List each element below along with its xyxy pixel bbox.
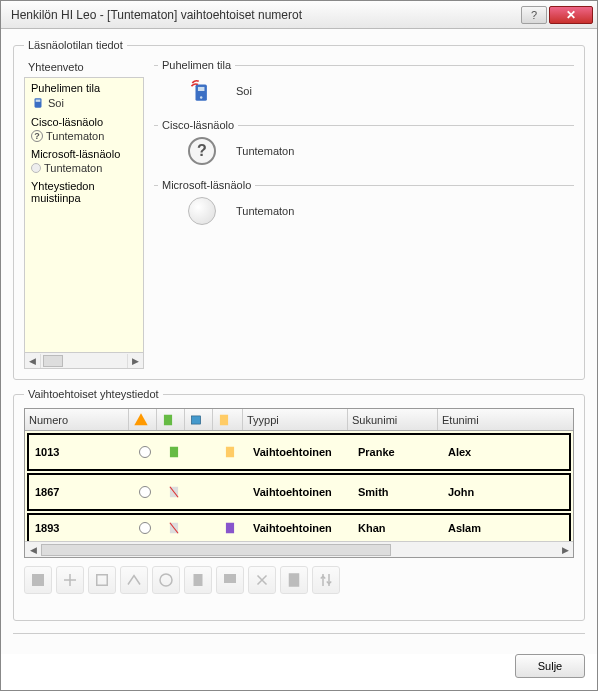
col-firstname[interactable]: Etunimi [438,409,573,430]
cell-radio[interactable] [133,435,161,469]
svg-rect-19 [224,574,236,583]
summary-sidebar: Yhteenveto Puhelimen tila Soi Cisco-läsn… [24,59,144,369]
toolbar-btn-8[interactable] [248,566,276,594]
svg-rect-9 [226,447,234,458]
cell-lastname: Khan [352,515,442,541]
svg-rect-16 [97,575,108,586]
toolbar-btn-1[interactable] [24,566,52,594]
cisco-presence-section: Cisco-läsnäolo ? Tuntematon [154,119,574,175]
col-note-icon[interactable] [213,409,243,430]
presence-group-label: Läsnäolotilan tiedot [24,39,127,51]
presence-detail: Puhelimen tila Soi Cisco-läsnäolo ? Tu [154,59,574,369]
sidebar-item-value: Tuntematon [44,162,102,174]
toolbar-btn-6[interactable] [184,566,212,594]
scroll-left-icon[interactable]: ◀ [25,543,41,557]
col-warning-icon[interactable] [129,409,157,430]
sidebar-item-phone[interactable]: Puhelimen tila Soi [25,78,143,112]
cell-note-icon [217,435,247,469]
cell-radio[interactable] [133,515,161,541]
cell-lastname: Smith [352,475,442,509]
phone-icon [31,96,45,110]
window-title: Henkilön HI Leo - [Tuntematon] vaihtoeht… [11,8,521,22]
microsoft-presence-legend: Microsoft-läsnäolo [158,179,255,191]
table-row[interactable]: 1867 Vaihtoehtoinen Smith John [27,473,571,511]
cell-type: Vaihtoehtoinen [247,435,352,469]
cell-presence-icon [161,475,189,509]
sidebar-item-cisco[interactable]: Cisco-läsnäolo ?Tuntematon [25,112,143,144]
cell-firstname: John [442,475,569,509]
svg-rect-7 [220,414,228,425]
svg-rect-20 [289,573,300,587]
table-row[interactable]: 1893 Vaihtoehtoinen Khan Aslam [27,513,571,541]
scroll-right-icon[interactable]: ▶ [557,543,573,557]
sidebar-item-value: Tuntematon [46,130,104,142]
sidebar-item-value: Soi [48,97,64,109]
cell-firstname: Alex [442,435,569,469]
cell-radio[interactable] [133,475,161,509]
col-lastname[interactable]: Sukunimi [348,409,438,430]
svg-rect-8 [170,447,178,458]
sidebar-item-notes[interactable]: Yhteystiedon muistiinpa [25,176,143,206]
close-window-button[interactable]: ✕ [549,6,593,24]
table-hscroll[interactable]: ◀ ▶ [25,541,573,557]
help-button[interactable]: ? [521,6,547,24]
toolbar-btn-3[interactable] [88,566,116,594]
separator [13,633,585,634]
svg-point-17 [160,574,172,586]
titlebar: Henkilön HI Leo - [Tuntematon] vaihtoeht… [1,1,597,29]
svg-rect-3 [198,87,205,91]
dialog-window: Henkilön HI Leo - [Tuntematon] vaihtoeht… [0,0,598,691]
svg-rect-5 [164,414,172,425]
col-presence-icon[interactable] [157,409,185,430]
cell-type: Vaihtoehtoinen [247,515,352,541]
alternate-contacts-group: Vaihtoehtoiset yhteystiedot Numero Tyypp… [13,388,585,621]
contacts-toolbar [24,558,574,598]
cisco-status-text: Tuntematon [236,145,336,157]
table-header: Numero Tyyppi Sukunimi Etunimi [25,409,573,431]
sidebar-item-label: Puhelimen tila [31,82,137,94]
close-button[interactable]: Sulje [515,654,585,678]
sidebar-item-label: Cisco-läsnäolo [31,116,137,128]
col-calendar-icon[interactable] [185,409,213,430]
cell-firstname: Aslam [442,515,569,541]
toolbar-btn-4[interactable] [120,566,148,594]
phone-state-legend: Puhelimen tila [158,59,235,71]
toolbar-btn-7[interactable] [216,566,244,594]
svg-rect-6 [191,415,200,423]
dialog-footer: Sulje [1,654,597,690]
ms-status-text: Tuntematon [236,205,336,217]
sidebar-header: Yhteenveto [24,59,144,77]
phone-ringing-icon [188,77,216,105]
sidebar-item-label: Yhteystiedon muistiinpa [31,180,137,204]
presence-circle-icon [188,197,216,225]
question-icon: ? [31,130,43,142]
toolbar-btn-5[interactable] [152,566,180,594]
scroll-thumb[interactable] [41,544,391,556]
cell-number: 1867 [29,475,133,509]
sidebar-item-microsoft[interactable]: Microsoft-läsnäolo Tuntematon [25,144,143,176]
cell-number: 1013 [29,435,133,469]
alternate-contacts-label: Vaihtoehtoiset yhteystiedot [24,388,163,400]
table-body: 1013 Vaihtoehtoinen Pranke Alex 1867 [25,431,573,541]
svg-rect-15 [32,574,44,586]
circle-icon [31,163,41,173]
scroll-left-icon[interactable]: ◀ [25,354,41,368]
table-row[interactable]: 1013 Vaihtoehtoinen Pranke Alex [27,433,571,471]
cell-number: 1893 [29,515,133,541]
phone-state-section: Puhelimen tila Soi [154,59,574,115]
sidebar-hscroll[interactable]: ◀ ▶ [24,353,144,369]
svg-rect-1 [36,100,41,102]
svg-point-4 [200,96,202,98]
col-type[interactable]: Tyyppi [243,409,348,430]
cell-type: Vaihtoehtoinen [247,475,352,509]
toolbar-btn-9[interactable] [280,566,308,594]
sidebar-list[interactable]: Puhelimen tila Soi Cisco-läsnäolo ?Tunte… [24,77,144,353]
cisco-presence-legend: Cisco-läsnäolo [158,119,238,131]
cell-lastname: Pranke [352,435,442,469]
scroll-thumb[interactable] [43,355,63,367]
col-number[interactable]: Numero [25,409,129,430]
scroll-right-icon[interactable]: ▶ [127,354,143,368]
phone-status-text: Soi [236,85,336,97]
toolbar-btn-10[interactable] [312,566,340,594]
toolbar-btn-2[interactable] [56,566,84,594]
